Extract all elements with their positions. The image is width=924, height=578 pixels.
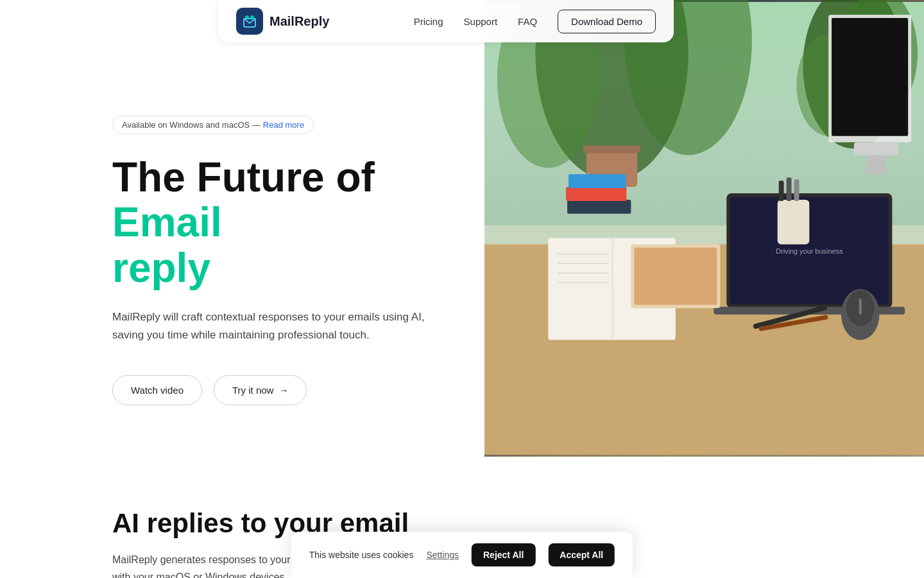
svg-rect-16: [567, 200, 631, 214]
hero-section: Available on Windows and macOS — Read mo…: [0, 0, 924, 457]
cookie-banner: This website uses cookies Settings Rejec…: [291, 532, 633, 578]
svg-rect-42: [787, 177, 792, 201]
logo-icon: [236, 8, 263, 35]
svg-rect-30: [634, 247, 717, 304]
svg-rect-41: [779, 180, 784, 201]
hero-heading-line1: The Future of: [112, 154, 375, 200]
svg-rect-38: [854, 143, 898, 155]
svg-rect-37: [832, 18, 908, 136]
nav-brand-text: MailReply: [270, 14, 329, 29]
hero-description: MailReply will craft contextual response…: [112, 308, 446, 344]
try-now-label: Try it now: [232, 385, 273, 396]
svg-text:Driving your business: Driving your business: [776, 247, 843, 255]
try-now-arrow: →: [278, 385, 288, 396]
cta-buttons: Watch video Try it now →: [112, 375, 484, 405]
cookie-reject-button[interactable]: Reject All: [472, 543, 535, 566]
svg-point-3: [250, 15, 254, 19]
nav-link-support[interactable]: Support: [464, 16, 498, 27]
hero-image: Driving your business: [484, 0, 924, 457]
download-demo-button[interactable]: Download Demo: [558, 10, 656, 33]
hero-left: Available on Windows and macOS — Read mo…: [0, 0, 484, 457]
nav-link-faq[interactable]: FAQ: [518, 16, 537, 27]
try-now-button[interactable]: Try it now →: [214, 375, 307, 405]
nav-link-pricing[interactable]: Pricing: [414, 16, 443, 27]
availability-badge: Available on Windows and macOS — Read mo…: [112, 116, 314, 134]
hero-heading: The Future of Email reply: [112, 155, 484, 290]
navbar: MailReply Pricing Support FAQ Download D…: [218, 0, 674, 42]
nav-links: Pricing Support FAQ: [414, 16, 537, 27]
desk-background: Driving your business: [484, 0, 924, 457]
svg-point-2: [245, 15, 249, 19]
nav-logo[interactable]: MailReply: [236, 8, 329, 35]
cookie-settings-button[interactable]: Settings: [426, 550, 459, 560]
cookie-text: This website uses cookies: [309, 550, 414, 560]
svg-rect-33: [859, 299, 862, 315]
read-more-link[interactable]: Read more: [263, 120, 304, 130]
cookie-accept-button[interactable]: Accept All: [548, 543, 615, 566]
watch-video-button[interactable]: Watch video: [112, 375, 202, 405]
hero-heading-line2: reply: [112, 245, 210, 291]
hero-heading-accent: Email: [112, 199, 222, 245]
svg-rect-40: [778, 200, 810, 244]
svg-rect-18: [569, 174, 626, 188]
svg-rect-43: [794, 179, 799, 201]
svg-rect-39: [867, 155, 886, 174]
svg-rect-17: [566, 187, 626, 201]
availability-text: Available on Windows and macOS —: [122, 120, 261, 130]
svg-rect-11: [583, 146, 640, 153]
svg-rect-24: [612, 238, 613, 340]
